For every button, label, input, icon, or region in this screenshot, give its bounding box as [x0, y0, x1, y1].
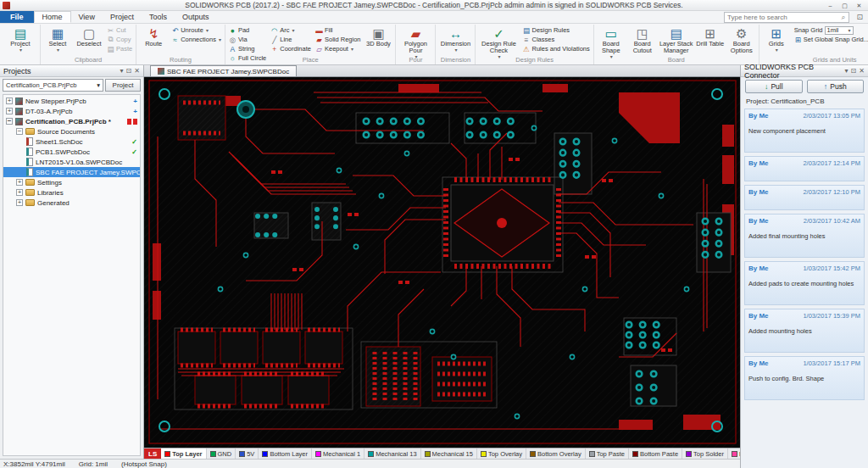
layer-tab-gnd[interactable]: GND [207, 448, 236, 459]
expand-icon[interactable]: + [16, 179, 23, 186]
commit-card[interactable]: By Me 1/03/2017 15:39 PM Added mounting … [744, 309, 865, 353]
project-button[interactable]: ▤ Project [3, 25, 38, 53]
expand-icon[interactable]: + [16, 199, 23, 206]
pin-search-icon[interactable]: ⊡ [856, 13, 863, 21]
unroute-button[interactable]: ↶ Unroute [170, 25, 223, 35]
rules-and-violations-button[interactable]: ⚠ Rules and Violations [520, 44, 591, 53]
grids-button[interactable]: ⊞ Grids [761, 25, 792, 53]
design-rules-button[interactable]: ▤ Design Rules [520, 25, 591, 35]
layer-tab-top-overlay[interactable]: Top Overlay [477, 448, 526, 459]
panel-dropdown-icon[interactable]: ▾ [120, 67, 124, 75]
pcb-editor-canvas[interactable] [144, 77, 740, 448]
3d-body-button[interactable]: ▣ 3D Body [363, 25, 393, 47]
expand-icon[interactable]: + [6, 108, 13, 114]
via-button[interactable]: ◎ Via [227, 35, 268, 44]
line-button[interactable]: ╱ Line [269, 35, 313, 44]
tree-item-generated[interactable]: + Generated [3, 198, 140, 208]
layer-tab-bottom-solder[interactable]: Bottom Solder [728, 448, 740, 459]
layer-tab-bottom-paste[interactable]: Bottom Paste [629, 448, 682, 459]
close-button[interactable]: ✕ [852, 0, 866, 11]
layer-tab-mechanical-13[interactable]: Mechanical 13 [364, 448, 420, 459]
arc-button[interactable]: ◠ Arc [269, 25, 313, 35]
layer-tab-mechanical-1[interactable]: Mechanical 1 [312, 448, 364, 459]
tree-item-sheet1[interactable]: Sheet1.SchDoc ✓ [3, 136, 140, 147]
layer-tab-top-solder[interactable]: Top Solder [682, 448, 728, 459]
classes-button[interactable]: ≡ Classes [520, 35, 591, 44]
collapse-icon[interactable]: − [6, 118, 13, 125]
pull-button[interactable]: ↓ Pull [745, 80, 803, 93]
menu-tab-tools[interactable]: Tools [142, 11, 175, 23]
panel-close-icon[interactable]: ✕ [859, 67, 865, 75]
menu-tab-view[interactable]: View [71, 11, 103, 23]
minimize-button[interactable]: – [823, 0, 837, 11]
search-box[interactable]: ⌕ [724, 12, 849, 23]
search-input[interactable] [725, 14, 838, 21]
push-button[interactable]: ↑ Push [807, 80, 865, 93]
tree-item-pcb1[interactable]: PCB1.SWPcbDoc ✓ [3, 147, 140, 157]
polygon-pour-button[interactable]: ▰ Polygon Pour [398, 25, 433, 59]
layer-tab-bottom-overlay[interactable]: Bottom Overlay [526, 448, 586, 459]
deselect-button[interactable]: ▢ Deselect [74, 25, 104, 47]
menu-tab-home[interactable]: Home [34, 11, 71, 23]
title-bar: SOLIDWORKS PCB (2017.2) - SBC FAE PROJEC… [0, 0, 868, 11]
layer-tab-5v[interactable]: 5V [236, 448, 259, 459]
panel-pin-icon[interactable]: ⊡ [851, 67, 857, 75]
tree-item-libraries[interactable]: + Libraries [3, 187, 140, 198]
tree-item-new-stepper[interactable]: + New Stepper.PrjPcb + [3, 96, 140, 106]
board-shape-button[interactable]: ▭ Board Shape [596, 25, 626, 59]
route-button[interactable]: ↯ Route [138, 25, 169, 47]
tree-item-source-documents[interactable]: − Source Documents [3, 126, 140, 136]
expand-icon[interactable]: + [16, 189, 23, 196]
layer-tab-top-paste[interactable]: Top Paste [586, 448, 629, 459]
cut-button[interactable]: ✂ Cut [105, 25, 134, 35]
connections-button[interactable]: ≈ Connections [170, 35, 223, 44]
layer-tab-bottom-layer[interactable]: Bottom Layer [259, 448, 312, 459]
tree-item-lnt2015[interactable]: LNT2015-V1.0a.SWPCBDoc [3, 157, 140, 167]
string-button[interactable]: A String [227, 44, 268, 53]
pad-button[interactable]: ● Pad [227, 25, 268, 35]
layer-stack-manager-button[interactable]: ▤ Layer Stack Manager [659, 25, 694, 54]
commit-card[interactable]: By Me 2/03/2017 12:14 PM [744, 156, 865, 181]
menu-tab-file[interactable]: File [0, 11, 34, 23]
layer-set-chip[interactable]: LS [144, 448, 161, 459]
paste-button[interactable]: ▤ Paste [105, 44, 134, 53]
tree-item-dt-03-a[interactable]: + DT-03-A.PrjPcb + [3, 106, 140, 116]
drill-table-button[interactable]: ⊞ Drill Table [695, 25, 726, 47]
board-cutout-icon: ◳ [637, 26, 648, 41]
layer-tab-top-layer[interactable]: Top Layer [161, 448, 206, 459]
tree-item-certification-pcb[interactable]: − Certification_PCB.PrjPcb * [3, 116, 140, 126]
fill-button[interactable]: ▬ Fill [314, 25, 363, 35]
keepout-button[interactable]: ▱ Keepout [314, 44, 363, 53]
layer-tab-mechanical-15[interactable]: Mechanical 15 [421, 448, 477, 459]
solid-region-button[interactable]: ▰ Solid Region [314, 35, 363, 44]
commit-card[interactable]: By Me 2/03/2017 13:05 PM New component p… [744, 109, 865, 153]
tree-item-sbc-fae-project[interactable]: SBC FAE PROJECT Jamey.SWPCBDoc [3, 167, 140, 177]
project-selector-combo[interactable]: Certification_PCB.PrjPcb ▾ [3, 79, 103, 92]
board-options-button[interactable]: ⚙ Board Options [726, 25, 757, 54]
commit-card[interactable]: By Me 1/03/2017 15:17 PM Push to config.… [744, 356, 865, 400]
menu-tab-outputs[interactable]: Outputs [175, 11, 217, 23]
panel-close-icon[interactable]: ✕ [134, 67, 140, 75]
project-menu-button[interactable]: Project [105, 79, 141, 92]
design-rule-check-button[interactable]: ✓ Design Rule Check [477, 25, 520, 59]
collapse-icon[interactable]: − [16, 128, 23, 135]
panel-pin-icon[interactable]: ⊡ [126, 67, 132, 75]
board-cutout-button[interactable]: ◳ Board Cutout [627, 25, 658, 54]
search-icon[interactable]: ⌕ [838, 13, 849, 22]
tree-item-settings[interactable]: + Settings [3, 177, 140, 187]
set-global-snap-grid-button[interactable]: ⊞ Set Global Snap Grid... [793, 35, 868, 44]
commit-card[interactable]: By Me 2/03/2017 12:10 PM [744, 185, 865, 210]
layer-stack-icon: ▤ [670, 26, 682, 41]
coordinate-button[interactable]: + Coordinate [269, 44, 313, 53]
expand-icon[interactable]: + [6, 98, 13, 104]
commit-card[interactable]: By Me 2/03/2017 10:42 AM Added final mou… [744, 214, 865, 258]
maximize-button[interactable]: ▢ [837, 0, 852, 11]
copy-button[interactable]: ⧉ Copy [105, 35, 134, 44]
dimension-button[interactable]: ↔ Dimension [437, 25, 473, 53]
commit-card[interactable]: By Me 1/03/2017 15:42 PM Added pads to c… [744, 261, 865, 305]
select-button[interactable]: ▦ Select [42, 25, 73, 53]
menu-tab-project[interactable]: Project [103, 11, 142, 23]
document-tab-active[interactable]: SBC FAE PROJECT Jamey.SWPCBDoc [150, 65, 297, 76]
panel-dropdown-icon[interactable]: ▾ [845, 67, 849, 75]
snap-grid-input[interactable]: 1mil [825, 26, 854, 35]
